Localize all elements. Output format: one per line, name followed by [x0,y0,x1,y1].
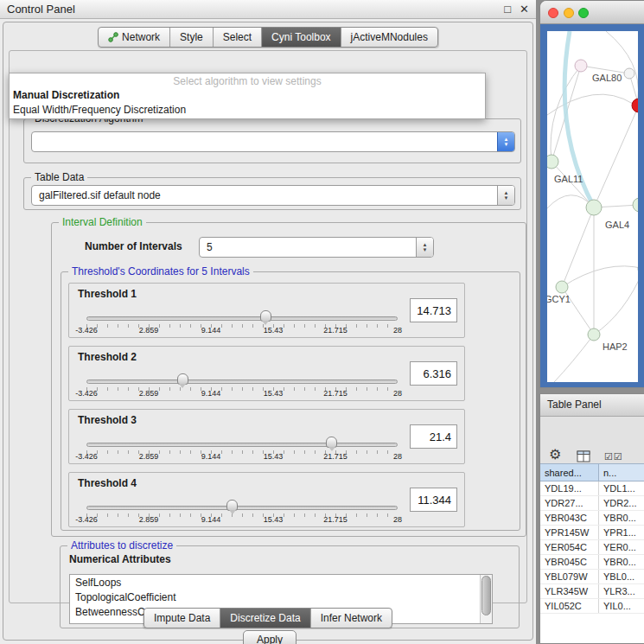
scale-label: 21.715 [323,515,348,524]
table-cell-name[interactable]: YBR0... [599,555,644,569]
network-node[interactable] [575,60,587,72]
table-row[interactable]: YBR045CYBR0... [540,555,644,570]
network-edge [552,162,594,207]
table-cell-shared-name[interactable]: YBL079W [540,570,599,583]
tab-select[interactable]: Select [214,28,262,47]
network-node[interactable] [586,200,602,215]
combobox-stepper[interactable]: ▲ ▼ [416,238,433,257]
network-node-selected[interactable] [632,99,638,112]
algorithm-option[interactable]: Manual Discretization [10,88,485,103]
network-canvas[interactable]: GAL80GAL11GAL4GCY1HAP2H [547,31,638,382]
network-node[interactable] [633,198,638,212]
scrollbar-thumb[interactable] [481,576,491,615]
network-node[interactable] [588,328,600,341]
columns-icon[interactable] [577,450,590,462]
slider-thumb[interactable] [177,373,188,385]
table-data-combobox[interactable]: galFiltered.sif default node ▲ ▼ [31,185,515,206]
table-row[interactable]: YPR145WYPR1... [540,526,644,540]
close-icon[interactable]: ✕ [520,3,529,16]
table-cell-name[interactable]: YBL0... [599,570,644,583]
scale-label: 21.715 [323,326,348,335]
threshold-label: Threshold 3 [78,414,137,426]
table-cell-shared-name[interactable]: YIL052C [540,599,599,613]
tab-discretize-data[interactable]: Discretize Data [220,609,310,628]
network-window-titlebar[interactable] [540,1,644,24]
table-row[interactable]: YLR345WYLR3... [540,584,644,599]
scale-label: 15.43 [264,452,284,461]
slider-thumb[interactable] [260,310,271,322]
tab-network[interactable]: Network [99,28,170,47]
close-traffic-light[interactable] [548,8,558,18]
threshold-value-field[interactable]: 11.344 [410,488,457,512]
tab-impute-data[interactable]: Impute Data [144,609,220,628]
table-cell-shared-name[interactable]: YPR145W [540,526,599,539]
table-row[interactable]: YER054CYER0... [540,540,644,555]
network-icon [108,32,118,42]
table-cell-name[interactable]: YPR1... [599,526,644,539]
node-label: GCY1 [547,294,571,304]
float-window-icon[interactable]: □ [504,3,511,16]
table-row[interactable]: YBL079WYBL0... [540,570,644,584]
table-toolbar: ⚙ ☑☑ [540,417,644,463]
threshold-value-field[interactable]: 6.316 [410,361,457,386]
attribute-item[interactable]: SelfLoops [70,575,492,590]
table-cell-name[interactable]: YBR0... [599,511,644,525]
combobox-stepper[interactable]: ▲ ▼ [497,132,514,151]
table-cell-shared-name[interactable]: YER054C [540,540,599,554]
checkbox-filter-icons[interactable]: ☑☑ [604,451,623,462]
scrollbar[interactable] [480,575,492,623]
combobox-stepper[interactable]: ▲ ▼ [497,186,514,205]
gear-icon[interactable]: ⚙ [549,448,561,462]
scale-label: -3.426 [75,452,98,461]
threshold-value-field[interactable]: 14.713 [410,298,457,322]
network-node[interactable] [556,281,568,293]
table-cell-shared-name[interactable]: YLR345W [540,584,599,598]
table-cell-shared-name[interactable]: YBR043C [540,511,599,525]
column-header-name[interactable]: n... [599,464,644,481]
scale-label: 15.43 [264,515,284,524]
algorithm-option[interactable]: Equal Width/Frequency Discretization [10,103,485,118]
threshold-value-field[interactable]: 21.4 [410,424,457,449]
table-cell-shared-name[interactable]: YDR27... [540,496,599,510]
table-cell-name[interactable]: YDL1... [599,481,644,495]
zoom-traffic-light[interactable] [578,8,589,18]
network-node[interactable] [624,68,634,79]
table-cell-shared-name[interactable]: YBR045C [540,555,599,569]
table-panel-window: Table Panel ⚙ ☑☑ shared... n... YDL19...… [539,393,644,644]
table-row[interactable]: YDR27...YDR2... [540,496,644,511]
slider-thumb[interactable] [226,500,238,511]
tab-infer-network[interactable]: Infer Network [311,609,392,628]
control-panel-window: Control Panel □ ✕ NetworkStyleSelectCyni… [0,0,536,644]
network-graph: GAL80GAL11GAL4GCY1HAP2H [547,31,638,382]
table-row[interactable]: YDL19...YDL1... [540,481,644,496]
network-view-window: GAL80GAL11GAL4GCY1HAP2H [539,0,644,388]
tab-style[interactable]: Style [170,28,214,47]
slider-track[interactable] [86,443,398,447]
discretization-algorithm-group: Discretization Algorithm ▲ ▼ [23,118,521,163]
table-cell-name[interactable]: YLR3... [599,584,644,598]
apply-button[interactable]: Apply [243,630,296,644]
table-row[interactable]: YIL052CYIL0... [540,599,644,614]
column-header-shared-name[interactable]: shared... [540,464,599,481]
algorithm-combobox[interactable]: ▲ ▼ [31,131,515,152]
network-node[interactable] [547,155,558,169]
table-cell-name[interactable]: YER0... [599,540,644,554]
slider-thumb[interactable] [326,437,337,448]
tab-jactivemnodules[interactable]: jActiveMNodules [341,28,437,47]
table-panel-titlebar: Table Panel [540,394,644,417]
dropdown-prompt: Select algorithm to view settings [10,73,485,88]
table-cell-name[interactable]: YIL0... [599,599,644,613]
slider-track[interactable] [86,506,398,510]
attribute-item[interactable]: TopologicalCoefficient [70,590,492,604]
slider-track[interactable] [86,316,398,321]
tab-cyni-toolbox[interactable]: Cyni Toolbox [262,28,341,47]
network-edge [562,266,638,287]
table-row[interactable]: YBR043CYBR0... [540,511,644,526]
slider-scale: -3.4262.8599.14415.4321.71528 [86,326,398,335]
table-cell-name[interactable]: YDR2... [599,496,644,510]
number-of-intervals-combobox[interactable]: 5 ▲ ▼ [199,237,434,258]
network-edge [594,105,638,207]
table-cell-shared-name[interactable]: YDL19... [540,481,599,495]
slider-track[interactable] [86,379,398,384]
minimize-traffic-light[interactable] [564,8,574,18]
